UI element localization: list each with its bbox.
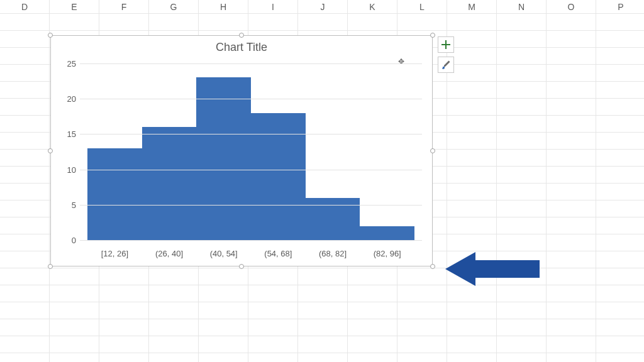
col-header[interactable]: P [596,0,644,14]
histogram-bar[interactable] [306,198,360,240]
y-tick-label: 10 [57,165,80,174]
histogram-bar[interactable] [142,127,197,240]
chart-title[interactable]: Chart Title [51,41,432,54]
y-tick-label: 20 [57,94,80,104]
chart-elements-button[interactable] [438,36,454,53]
plot-area[interactable]: 0510152025 [80,63,422,241]
gridline [80,99,422,99]
col-header[interactable]: F [99,0,149,14]
col-header[interactable]: H [199,0,248,14]
plus-icon [441,40,450,49]
resize-handle[interactable] [430,148,435,153]
svg-marker-0 [445,252,540,286]
histogram-bar[interactable] [87,148,142,240]
col-header[interactable]: E [50,0,99,14]
col-header[interactable]: L [397,0,447,14]
col-header[interactable]: I [248,0,298,14]
histogram-bar[interactable] [360,226,414,240]
x-tick-label: (82, 96] [360,249,414,258]
chart-object[interactable]: Chart Title ✥ 0510152025 [12, 26](26, 40… [50,35,433,266]
col-header[interactable]: J [298,0,348,14]
col-header[interactable]: D [0,0,50,14]
y-tick-label: 25 [57,59,80,69]
chart-context-buttons [438,36,454,73]
col-header[interactable]: M [447,0,497,14]
x-tick-label: [12, 26] [87,249,142,258]
y-tick-label: 5 [57,200,80,209]
column-headers: D E F G H I J K L M N O P [0,0,644,14]
histogram-bar[interactable] [251,113,306,240]
resize-handle[interactable] [48,33,53,38]
y-tick-label: 0 [57,236,80,245]
col-header[interactable]: O [547,0,596,14]
gridline [80,205,422,206]
resize-handle[interactable] [430,264,435,269]
x-tick-label: (40, 54] [196,249,251,258]
resize-handle[interactable] [430,33,435,38]
brush-icon [441,60,451,70]
resize-handle[interactable] [239,33,244,38]
y-tick-label: 15 [57,129,80,139]
histogram-bars [80,63,422,240]
resize-handle[interactable] [48,148,53,153]
col-header[interactable]: G [149,0,199,14]
resize-handle[interactable] [239,264,244,269]
gridline [80,63,422,64]
col-header[interactable]: N [497,0,547,14]
resize-handle[interactable] [48,264,53,269]
col-header[interactable]: K [348,0,397,14]
gridline [80,134,422,134]
chart-styles-button[interactable] [438,57,454,73]
gridline [80,170,422,170]
x-tick-label: (54, 68] [251,249,306,258]
x-tick-label: (26, 40] [142,249,197,258]
x-axis-labels: [12, 26](26, 40](40, 54](54, 68](68, 82]… [80,249,422,258]
histogram-bar[interactable] [196,77,251,240]
x-tick-label: (68, 82] [306,249,360,258]
annotation-arrow-icon [445,250,540,288]
gridline [80,240,422,241]
